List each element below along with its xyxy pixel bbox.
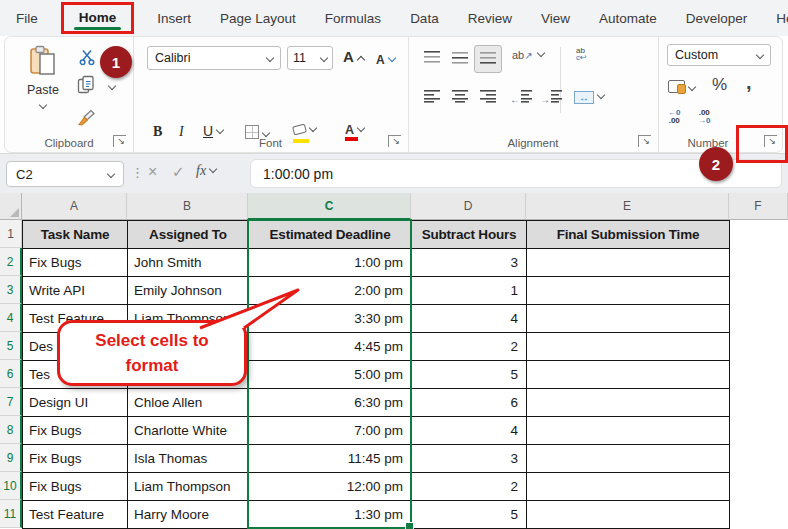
cell-A3[interactable]: Write API: [23, 277, 128, 305]
cell-E10[interactable]: [527, 473, 730, 501]
cell-E11[interactable]: [527, 501, 730, 529]
bottom-align-button-selected[interactable]: [474, 45, 502, 73]
row-header-10[interactable]: 10: [0, 472, 22, 500]
orientation-chevron-icon[interactable]: [536, 49, 544, 57]
column-header-C[interactable]: C: [248, 193, 411, 220]
percent-style-button[interactable]: %: [712, 75, 727, 95]
paste-button[interactable]: Paste: [19, 45, 67, 115]
insert-function-icon[interactable]: fx: [196, 163, 216, 179]
cell-A9[interactable]: Fix Bugs: [23, 445, 128, 473]
cell-D5[interactable]: 2: [412, 333, 527, 361]
format-painter-button[interactable]: [77, 109, 95, 130]
row-header-4[interactable]: 4: [0, 304, 22, 332]
table-header-cell[interactable]: Subtract Hours: [412, 221, 527, 249]
cell-E3[interactable]: [527, 277, 730, 305]
accounting-chevron-icon[interactable]: [688, 83, 696, 91]
cell-D4[interactable]: 4: [412, 305, 527, 333]
tab-page-layout[interactable]: Page Layout: [220, 11, 296, 26]
cell-D10[interactable]: 2: [412, 473, 527, 501]
cell-B8[interactable]: Charlotte White: [128, 417, 249, 445]
select-all-corner[interactable]: [0, 193, 22, 220]
column-header-B[interactable]: B: [127, 193, 248, 220]
decrease-indent-button[interactable]: ←: [510, 89, 532, 107]
number-format-combobox[interactable]: Custom: [667, 44, 771, 66]
align-left-button[interactable]: [424, 89, 440, 107]
cell-D9[interactable]: 3: [412, 445, 527, 473]
cell-D11[interactable]: 5: [412, 501, 527, 529]
cell-B9[interactable]: Isla Thomas: [128, 445, 249, 473]
middle-align-button[interactable]: [452, 51, 468, 69]
cell-E6[interactable]: [527, 361, 730, 389]
tab-home[interactable]: Home: [79, 10, 117, 25]
tab-formulas[interactable]: Formulas: [325, 11, 381, 26]
row-header-9[interactable]: 9: [0, 444, 22, 472]
row-header-6[interactable]: 6: [0, 360, 22, 388]
column-header-F[interactable]: F: [729, 193, 788, 220]
row-header-5[interactable]: 5: [0, 332, 22, 360]
copy-chevron-icon[interactable]: [108, 82, 116, 90]
increase-decimal-button[interactable]: ←0 .00: [668, 109, 680, 125]
decrease-decimal-button[interactable]: .00 →0: [698, 109, 710, 125]
cell-B10[interactable]: Liam Thompson: [128, 473, 249, 501]
clipboard-dialog-launcher[interactable]: ↘: [113, 135, 126, 147]
cell-A11[interactable]: Test Feature: [23, 501, 128, 529]
cell-B7[interactable]: Chloe Allen: [128, 389, 249, 417]
tab-data[interactable]: Data: [410, 11, 439, 26]
font-name-combobox[interactable]: Calibri: [147, 46, 281, 70]
table-header-cell[interactable]: Assigned To: [128, 221, 249, 249]
row-header-2[interactable]: 2: [0, 248, 22, 276]
cell-D6[interactable]: 5: [412, 361, 527, 389]
name-box[interactable]: C2: [6, 161, 124, 187]
column-header-E[interactable]: E: [526, 193, 729, 220]
copy-button[interactable]: [77, 75, 95, 99]
column-header-A[interactable]: A: [22, 193, 127, 220]
column-header-D[interactable]: D: [411, 193, 526, 220]
cell-D2[interactable]: 3: [412, 249, 527, 277]
center-button[interactable]: [452, 89, 468, 107]
cell-A2[interactable]: Fix Bugs: [23, 249, 128, 277]
comma-style-button[interactable]: ,: [746, 71, 752, 94]
cell-E2[interactable]: [527, 249, 730, 277]
cell-A8[interactable]: Fix Bugs: [23, 417, 128, 445]
row-header-8[interactable]: 8: [0, 416, 22, 444]
cell-B2[interactable]: John Smith: [128, 249, 249, 277]
cell-D7[interactable]: 6: [412, 389, 527, 417]
align-right-button[interactable]: [480, 89, 496, 107]
tab-view[interactable]: View: [541, 11, 570, 26]
cell-A7[interactable]: Design UI: [23, 389, 128, 417]
tab-he[interactable]: He: [776, 11, 788, 26]
tab-review[interactable]: Review: [468, 11, 512, 26]
increase-font-size-button[interactable]: A: [343, 48, 364, 66]
top-align-button[interactable]: [424, 51, 440, 69]
cell-B11[interactable]: Harry Moore: [128, 501, 249, 529]
orientation-button[interactable]: ab↗: [512, 49, 544, 61]
tab-automate[interactable]: Automate: [599, 11, 657, 26]
cell-C7[interactable]: 6:30 pm: [249, 389, 412, 417]
decrease-font-size-button[interactable]: A: [376, 50, 395, 68]
increase-indent-button[interactable]: →: [540, 89, 562, 107]
accounting-format-button[interactable]: [668, 79, 695, 97]
cell-E9[interactable]: [527, 445, 730, 473]
cell-C9[interactable]: 11:45 pm: [249, 445, 412, 473]
row-header-11[interactable]: 11: [0, 500, 22, 528]
font-color-chevron-icon[interactable]: [357, 124, 365, 132]
cell-A10[interactable]: Fix Bugs: [23, 473, 128, 501]
underline-chevron-icon[interactable]: [216, 126, 224, 134]
cell-C8[interactable]: 7:00 pm: [249, 417, 412, 445]
table-header-cell[interactable]: Final Submission Time: [527, 221, 730, 249]
cell-E5[interactable]: [527, 333, 730, 361]
cell-D8[interactable]: 4: [412, 417, 527, 445]
table-header-cell[interactable]: Task Name: [23, 221, 128, 249]
cancel-icon[interactable]: ×: [148, 163, 157, 181]
font-size-combobox[interactable]: 11: [287, 46, 333, 70]
cut-button[interactable]: [79, 49, 95, 70]
font-dialog-launcher[interactable]: ↘: [388, 135, 401, 147]
cell-E7[interactable]: [527, 389, 730, 417]
wrap-text-button[interactable]: ab c↩: [576, 47, 587, 61]
cell-C6[interactable]: 5:00 pm: [249, 361, 412, 389]
cell-C11[interactable]: 1:30 pm: [249, 501, 412, 529]
tab-file[interactable]: File: [16, 11, 38, 26]
merge-center-chevron-icon[interactable]: [597, 91, 605, 99]
cell-D3[interactable]: 1: [412, 277, 527, 305]
merge-center-button[interactable]: ↔: [574, 87, 604, 105]
